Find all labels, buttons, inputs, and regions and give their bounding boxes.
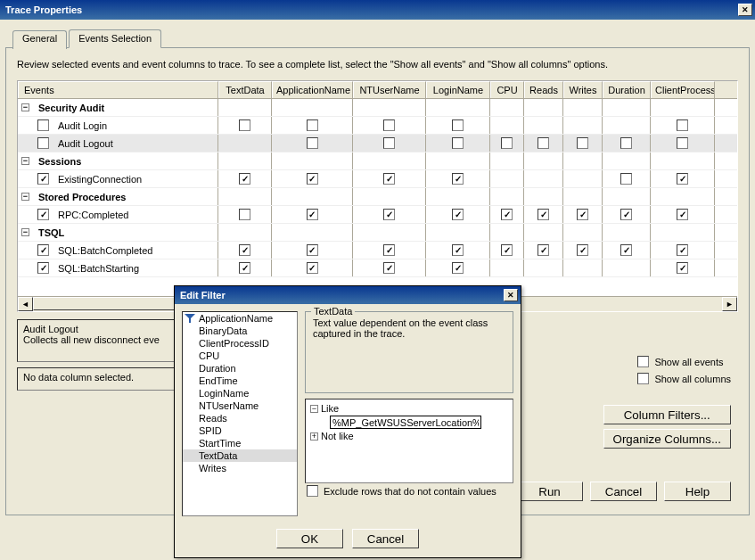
grid-cell[interactable]	[651, 170, 715, 187]
filter-value-input[interactable]	[330, 416, 481, 429]
column-list-item[interactable]: Writes	[183, 462, 297, 474]
grid-cell[interactable]	[490, 117, 524, 134]
grid-cell[interactable]	[426, 259, 490, 276]
event-row[interactable]: RPC:Completed	[18, 206, 737, 224]
col-header-client[interactable]: ClientProcess	[651, 81, 715, 98]
cell-checkbox[interactable]	[452, 119, 464, 131]
cell-checkbox[interactable]	[383, 119, 395, 131]
cell-checkbox[interactable]	[538, 137, 549, 149]
grid-cell[interactable]	[524, 206, 563, 223]
cell-checkbox[interactable]	[239, 173, 250, 185]
scroll-left-arrow[interactable]: ◄	[18, 297, 33, 311]
grid-cell[interactable]	[603, 259, 651, 276]
grid-cell[interactable]	[218, 259, 272, 276]
collapse-icon[interactable]: −	[21, 228, 29, 236]
show-all-columns-checkbox[interactable]	[637, 373, 649, 384]
event-row-checkbox[interactable]	[37, 119, 49, 131]
category-row[interactable]: −Sessions	[18, 152, 737, 170]
category-cell[interactable]: −Sessions	[18, 152, 218, 169]
ok-button[interactable]: OK	[276, 529, 343, 548]
grid-cell[interactable]	[426, 135, 490, 152]
col-header-textdata[interactable]: TextData	[218, 81, 272, 98]
grid-cell[interactable]	[218, 117, 272, 134]
cell-checkbox[interactable]	[677, 209, 688, 220]
grid-cell[interactable]	[524, 135, 563, 152]
grid-cell[interactable]	[563, 170, 603, 187]
cell-checkbox[interactable]	[307, 137, 318, 149]
cell-checkbox[interactable]	[307, 173, 318, 185]
col-header-cpu[interactable]: CPU	[490, 81, 524, 98]
grid-cell[interactable]	[272, 242, 353, 259]
cell-checkbox[interactable]	[620, 244, 632, 256]
cell-checkbox[interactable]	[307, 209, 318, 220]
cell-checkbox[interactable]	[501, 137, 513, 149]
grid-cell[interactable]	[563, 135, 603, 152]
grid-cell[interactable]	[603, 117, 651, 134]
grid-cell[interactable]	[651, 135, 715, 152]
collapse-icon[interactable]: −	[310, 405, 318, 413]
column-list-item[interactable]: Reads	[183, 412, 297, 424]
cell-checkbox[interactable]	[239, 244, 250, 256]
cell-checkbox[interactable]	[577, 209, 588, 220]
collapse-icon[interactable]: −	[21, 103, 29, 111]
cell-checkbox[interactable]	[538, 244, 549, 256]
cell-checkbox[interactable]	[620, 209, 632, 220]
grid-cell[interactable]	[272, 206, 353, 223]
event-row-checkbox[interactable]	[37, 173, 49, 185]
grid-cell[interactable]	[353, 242, 426, 259]
collapse-icon[interactable]: −	[21, 193, 29, 201]
cell-checkbox[interactable]	[383, 244, 395, 256]
col-header-events[interactable]: Events	[18, 81, 218, 98]
grid-cell[interactable]	[218, 135, 272, 152]
grid-cell[interactable]	[490, 259, 524, 276]
dialog-close-icon[interactable]: ✕	[504, 289, 518, 301]
collapse-icon[interactable]: −	[21, 157, 29, 165]
organize-columns-button[interactable]: Organize Columns...	[603, 429, 731, 449]
event-row-checkbox[interactable]	[37, 137, 49, 149]
show-all-events-checkbox[interactable]	[637, 356, 649, 367]
column-list-item[interactable]: LoginName	[183, 387, 297, 399]
grid-cell[interactable]	[524, 170, 563, 187]
cell-checkbox[interactable]	[383, 137, 395, 149]
event-row[interactable]: Audit Login	[18, 117, 737, 135]
grid-cell[interactable]	[426, 117, 490, 134]
col-header-writes[interactable]: Writes	[563, 81, 603, 98]
event-row-checkbox[interactable]	[37, 209, 49, 220]
grid-cell[interactable]	[603, 135, 651, 152]
grid-cell[interactable]	[353, 206, 426, 223]
tree-notlike-node[interactable]: + Not like	[308, 430, 510, 442]
exclude-rows-option[interactable]: Exclude rows that do not contain values	[305, 483, 513, 500]
category-row[interactable]: −TSQL	[18, 224, 737, 242]
grid-cell[interactable]	[524, 117, 563, 134]
cell-checkbox[interactable]	[538, 209, 549, 220]
grid-cell[interactable]	[272, 259, 353, 276]
event-name-cell[interactable]: SQL:BatchCompleted	[18, 242, 218, 259]
help-button[interactable]: Help	[664, 482, 731, 501]
grid-cell[interactable]	[490, 170, 524, 187]
tree-like-node[interactable]: − Like	[308, 402, 510, 415]
grid-cell[interactable]	[218, 170, 272, 187]
col-header-duration[interactable]: Duration	[603, 81, 651, 98]
cell-checkbox[interactable]	[239, 119, 250, 131]
category-cell[interactable]: −Stored Procedures	[18, 188, 218, 205]
column-list-item[interactable]: CPU	[183, 350, 297, 362]
category-row[interactable]: −Security Audit	[18, 99, 737, 117]
grid-cell[interactable]	[272, 135, 353, 152]
filter-tree[interactable]: − Like + Not like	[305, 399, 513, 483]
cell-checkbox[interactable]	[452, 173, 464, 185]
category-row[interactable]: −Stored Procedures	[18, 188, 737, 206]
cell-checkbox[interactable]	[307, 119, 318, 131]
show-all-columns-option[interactable]: Show all columns	[637, 373, 731, 384]
grid-cell[interactable]	[490, 206, 524, 223]
event-name-cell[interactable]: RPC:Completed	[18, 206, 218, 223]
cell-checkbox[interactable]	[452, 209, 464, 220]
grid-cell[interactable]	[651, 206, 715, 223]
grid-cell[interactable]	[353, 135, 426, 152]
grid-cell[interactable]	[490, 135, 524, 152]
column-list-item[interactable]: TextData	[183, 449, 297, 462]
cell-checkbox[interactable]	[307, 262, 318, 274]
column-list-item[interactable]: Duration	[183, 362, 297, 375]
grid-cell[interactable]	[426, 170, 490, 187]
column-filters-button[interactable]: Column Filters...	[603, 405, 731, 424]
event-name-cell[interactable]: Audit Login	[18, 117, 218, 134]
